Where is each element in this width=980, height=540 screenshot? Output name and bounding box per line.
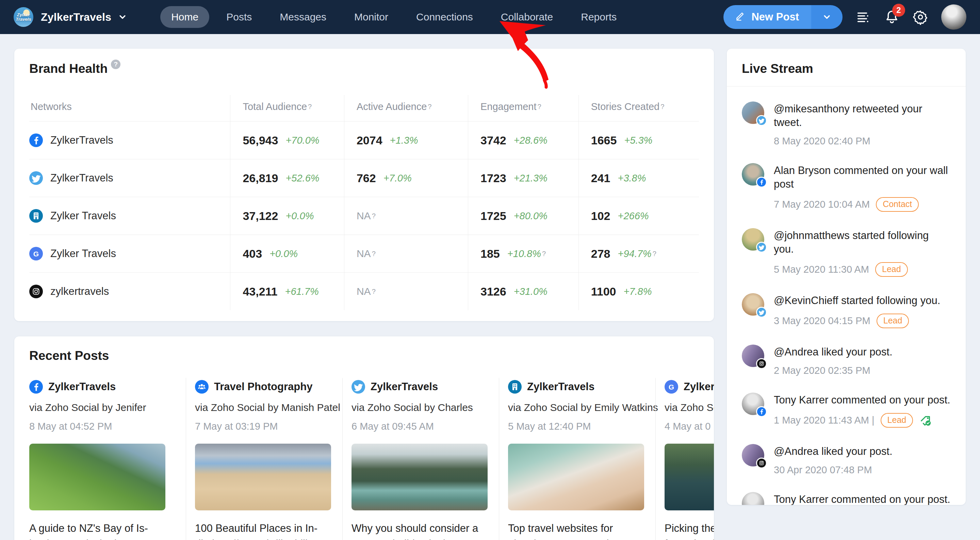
column-header: Networks [29, 95, 230, 121]
recent-post-card[interactable]: ZylkerTravels via Zoho Social by Emily W… [499, 378, 655, 540]
timestamp: 5 May 2020 11:30 AM [774, 264, 869, 275]
column-header: Active Audience? [344, 95, 468, 121]
new-post-split-button: New Post [724, 5, 843, 29]
live-stream-text: @Andrea liked your post. [774, 345, 892, 359]
post-text: Top travel websites forplanning your nex… [508, 521, 645, 540]
metric-cell: 102+266% [579, 197, 699, 234]
post-account-name: ZylkerTravels [527, 381, 595, 393]
nav-item-messages[interactable]: Messages [269, 6, 337, 28]
primary-nav: HomePostsMessagesMonitorConnectionsColla… [160, 6, 627, 28]
metric-cell: NA? [344, 235, 468, 272]
metric-cell: 26,819+52.6% [230, 159, 344, 197]
nav-item-posts[interactable]: Posts [215, 6, 263, 28]
post-via: via Zoho Social by Manish Patel [195, 402, 332, 413]
metric-cell: 762+7.0% [344, 159, 468, 197]
metric-cell: 37,122+0.0% [230, 197, 344, 234]
settings-button[interactable] [913, 9, 928, 25]
network-name: Zylker Travels [50, 210, 116, 222]
brand-health-table: NetworksTotal Audience?Active Audience?E… [29, 95, 699, 310]
instagram-icon [29, 285, 43, 298]
googleplus-icon: G [29, 247, 43, 260]
linkedin-icon [508, 380, 522, 393]
twitter-badge-icon [756, 115, 767, 126]
live-stream-item[interactable]: Tony Karrer commented on your post. 30 A… [742, 480, 951, 505]
metric-cell: 1723+21.3% [468, 159, 579, 197]
brand-switcher[interactable]: ZylkerTravels ZylkerTravels [14, 7, 126, 27]
recent-posts-list: ZylkerTravels via Zoho Social by Jenifer… [29, 378, 699, 540]
brand-health-panel: Brand Health ? NetworksTotal Audience?Ac… [14, 49, 714, 321]
column-header: Engagement? [468, 95, 579, 121]
post-image [29, 444, 165, 510]
feeds-menu-button[interactable] [856, 9, 871, 25]
new-post-dropdown-button[interactable] [811, 5, 843, 29]
post-date: 8 May at 04:52 PM [29, 421, 176, 432]
live-stream-item[interactable]: @KevinChieff started following you. 3 Ma… [742, 282, 951, 333]
gear-icon [913, 9, 928, 25]
live-stream-item[interactable]: Alan Bryson commented on your wall post … [742, 151, 951, 217]
post-via: via Zoho Social by Charles [352, 402, 488, 413]
fbgroup-icon [195, 380, 208, 393]
metric-cell: 43,211+61.7% [230, 273, 344, 310]
svg-text:G: G [33, 250, 39, 258]
live-stream-text: @KevinChieff started following you. [774, 294, 940, 307]
live-stream-item[interactable]: @mikesanthony retweeted your tweet. 8 Ma… [742, 90, 951, 151]
metric-cell: 403+0.0% [230, 235, 344, 272]
table-row[interactable]: ZylkerTravels 56,943+70.0%2074+1.3%3742+… [29, 121, 699, 159]
post-text: Picking thefor a classic [665, 521, 714, 540]
contact-badge: Contact [876, 197, 919, 212]
nav-item-connections[interactable]: Connections [405, 6, 484, 28]
pencil-icon [735, 10, 746, 24]
user-avatar[interactable] [941, 5, 966, 30]
post-date: 6 May at 09:45 AM [352, 421, 488, 432]
timestamp: 30 Apr 2020 07:48 PM [774, 464, 872, 476]
live-stream-text: Tony Karrer commented on your post. [774, 393, 950, 407]
avatar [742, 492, 764, 505]
recent-post-card[interactable]: Travel Photography via Zoho Social by Ma… [186, 378, 342, 540]
timestamp: 2 May 2020 02:35 PM [774, 365, 870, 376]
post-via: via Zoho Sc [665, 402, 714, 413]
live-stream-title: Live Stream [742, 62, 951, 76]
notification-count-badge: 2 [892, 4, 905, 17]
live-stream-list: @mikesanthony retweeted your tweet. 8 Ma… [727, 86, 966, 505]
table-row[interactable]: ZylkerTravels 26,819+52.6%762+7.0%1723+2… [29, 159, 699, 197]
post-date: 4 May at 0 [665, 421, 714, 432]
brand-name: ZylkerTravels [41, 11, 111, 24]
list-icon [856, 9, 871, 25]
recent-posts-title: Recent Posts [29, 349, 699, 363]
instagram-badge-icon [756, 358, 767, 369]
facebook-badge-icon [756, 177, 767, 188]
live-stream-item[interactable]: @johnmatthews started following you. 5 M… [742, 217, 951, 282]
metric-cell: 241+3.8% [579, 159, 699, 197]
new-post-button[interactable]: New Post [724, 5, 811, 29]
live-stream-item[interactable]: @Andrea liked your post. 2 May 2020 02:3… [742, 333, 951, 381]
metric-cell: 1725+80.0% [468, 197, 579, 234]
column-header: Total Audience? [230, 95, 344, 121]
help-icon[interactable]: ? [111, 60, 121, 69]
post-text: A guide to NZ's Bay of Is-lands. Here is… [29, 521, 176, 540]
metric-cell: 185+10.8%? [468, 235, 579, 272]
metric-cell: NA? [344, 273, 468, 310]
notifications-button[interactable]: 2 [884, 9, 900, 25]
post-image [352, 444, 488, 510]
table-row[interactable]: zylkertravels 43,211+61.7%NA?3126+31.0%1… [29, 272, 699, 310]
timestamp: 7 May 2020 10:04 AM [774, 199, 870, 210]
live-stream-text: Alan Bryson commented on your wall post [774, 164, 951, 191]
table-row[interactable]: G Zylker Travels 403+0.0%NA?185+10.8%?27… [29, 234, 699, 272]
nav-item-collaborate[interactable]: Collaborate [490, 6, 564, 28]
live-stream-item[interactable]: Tony Karrer commented on your post. 1 Ma… [742, 381, 951, 432]
network-name: Zylker Travels [50, 247, 116, 260]
nav-item-reports[interactable]: Reports [570, 6, 627, 28]
new-post-label: New Post [751, 11, 799, 23]
table-header-row: NetworksTotal Audience?Active Audience?E… [29, 95, 699, 121]
recent-post-card[interactable]: ZylkerTravels via Zoho Social by Jenifer… [29, 378, 186, 540]
table-row[interactable]: Zylker Travels 37,122+0.0%NA?1725+80.0%1… [29, 197, 699, 234]
facebook-icon [29, 380, 43, 393]
recent-post-card[interactable]: G Zylker via Zoho Sc 4 May at 0 Picking … [655, 378, 714, 540]
live-stream-item[interactable]: @Andrea liked your post. 30 Apr 2020 07:… [742, 432, 951, 480]
nav-item-monitor[interactable]: Monitor [343, 6, 399, 28]
lead-badge: Lead [881, 413, 913, 428]
lead-badge: Lead [875, 262, 908, 277]
svg-text:G: G [669, 383, 674, 391]
nav-item-home[interactable]: Home [160, 6, 209, 28]
recent-post-card[interactable]: ZylkerTravels via Zoho Social by Charles… [342, 378, 499, 540]
